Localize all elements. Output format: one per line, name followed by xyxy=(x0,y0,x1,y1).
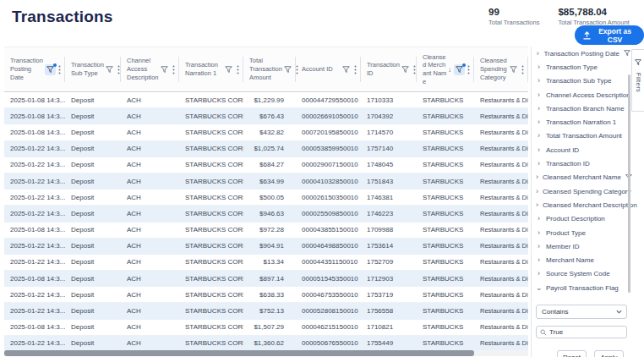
table-row[interactable]: 2025-01-22 14:3...DepositACHSTARBUCKS CO… xyxy=(4,189,528,206)
filter-search-input[interactable] xyxy=(549,328,617,336)
table-cell: Deposit xyxy=(65,189,121,205)
kebab-menu-icon[interactable] xyxy=(413,65,416,74)
filter-field-merchant-name[interactable]: ›Merchant Name xyxy=(536,253,630,266)
filter-icon[interactable] xyxy=(454,64,465,75)
kebab-menu-icon[interactable] xyxy=(117,65,120,74)
filter-icon[interactable] xyxy=(282,64,293,75)
filter-operator-select[interactable]: Contains xyxy=(536,305,627,319)
column-header-total-transaction-amount[interactable]: Total Transaction Amount xyxy=(243,47,296,91)
table-row[interactable]: 2025-01-08 14:3...DepositACHSTARBUCKS CO… xyxy=(4,108,528,124)
kebab-menu-icon[interactable] xyxy=(521,65,524,74)
filter-field-product-description[interactable]: ›Product Description xyxy=(536,212,630,226)
horizontal-scrollbar-thumb[interactable] xyxy=(4,350,474,356)
table-cell: STARBUCKS xyxy=(417,124,474,140)
table-cell: $638.33 xyxy=(243,287,296,302)
table-cell: Deposit xyxy=(65,157,121,173)
filter-field-payroll-transaction-flag[interactable]: ⌄Payroll Transaction Flag xyxy=(536,281,630,294)
table-cell: STARBUCKS CORP xyxy=(179,287,243,302)
filter-field-cleansed-spending-category[interactable]: ›Cleansed Spending Category xyxy=(536,184,630,198)
column-header-icons: ↓ xyxy=(448,64,472,75)
filter-field-transaction-posting-date[interactable]: ›Transaction Posting Date xyxy=(536,47,630,60)
table-row[interactable]: 2025-01-08 14:3...DepositACHSTARBUCKS CO… xyxy=(4,320,528,336)
filter-icon[interactable] xyxy=(341,64,352,75)
table-cell: Restaurants & Di... xyxy=(474,141,528,157)
table-row[interactable]: 2025-01-08 14:3...DepositACHSTARBUCKS CO… xyxy=(4,222,528,239)
table-cell: ACH xyxy=(121,108,179,124)
table-cell: Restaurants & Di... xyxy=(474,287,528,302)
filter-field-source-system-code[interactable]: ›Source System Code xyxy=(536,267,630,281)
table-row[interactable]: 2025-01-08 14:3...DepositACHSTARBUCKS CO… xyxy=(4,92,528,108)
table-cell: $904.91 xyxy=(243,239,296,254)
kebab-menu-icon[interactable] xyxy=(237,65,239,74)
table-cell: 1753719 xyxy=(361,287,417,302)
kebab-menu-icon[interactable] xyxy=(58,65,61,74)
column-header-transaction-posting-date[interactable]: Transaction Posting Date xyxy=(4,47,65,91)
kebab-menu-icon[interactable] xyxy=(467,65,470,74)
table-cell: ACH xyxy=(121,239,179,254)
column-header-label: Account ID xyxy=(302,65,341,74)
table-cell: $432.82 xyxy=(243,124,296,140)
table-cell: ACH xyxy=(121,173,179,189)
table-cell: Deposit xyxy=(65,320,121,335)
filter-field-total-transaction-amount[interactable]: ›Total Transaction Amount xyxy=(536,129,630,143)
filter-field-transaction-type[interactable]: ›Transaction Type xyxy=(536,60,630,74)
table-body: 2025-01-08 14:3...DepositACHSTARBUCKS CO… xyxy=(4,92,528,352)
column-header-channel-access-description[interactable]: Channel Access Description xyxy=(121,47,179,91)
filter-field-label: Cleansed Merchant Description xyxy=(543,201,637,209)
filter-icon[interactable] xyxy=(223,64,234,75)
table-row[interactable]: 2025-01-08 14:3...DepositACHSTARBUCKS CO… xyxy=(4,271,528,287)
filter-field-transaction-id[interactable]: ›Transaction ID xyxy=(536,157,630,170)
column-header-transaction-narration-1[interactable]: Transaction Narration 1 xyxy=(179,47,243,91)
table-cell: ACH xyxy=(121,189,179,205)
filter-field-product-type[interactable]: ›Product Type xyxy=(536,226,630,239)
filter-field-cleansed-merchant-description[interactable]: ›Cleansed Merchant Description xyxy=(536,198,630,211)
column-header-transaction-id[interactable]: Transaction ID xyxy=(361,47,417,91)
table-row[interactable]: 2025-01-22 14:3...DepositACHSTARBUCKS CO… xyxy=(4,303,528,319)
chevron-right-icon: › xyxy=(536,215,542,222)
filter-icon[interactable] xyxy=(508,64,519,75)
filter-icon[interactable] xyxy=(400,64,411,75)
apply-button[interactable]: Apply xyxy=(594,350,624,357)
kebab-menu-icon[interactable] xyxy=(354,65,357,74)
table-cell: 2025-01-08 14:3... xyxy=(4,124,65,140)
filter-icon[interactable] xyxy=(104,64,115,75)
horizontal-scrollbar-track[interactable] xyxy=(4,350,528,356)
table-cell: 2025-01-08 14:3... xyxy=(4,92,65,107)
panel-scrollbar-thumb[interactable] xyxy=(628,74,630,293)
reset-button[interactable]: Reset xyxy=(557,350,587,357)
table-row[interactable]: 2025-01-22 14:3...DepositACHSTARBUCKS CO… xyxy=(4,255,528,271)
table-row[interactable]: 2025-01-22 14:3...DepositACHSTARBUCKS CO… xyxy=(4,141,528,157)
filter-field-transaction-narration-1[interactable]: ›Transaction Narration 1 xyxy=(536,115,630,129)
filter-field-member-id[interactable]: ›Member ID xyxy=(536,239,630,253)
filter-field-transaction-sub-type[interactable]: ›Transaction Sub Type xyxy=(536,74,630,88)
table-row[interactable]: 2025-01-22 14:3...DepositACHSTARBUCKS CO… xyxy=(4,173,528,189)
column-header-icons xyxy=(341,64,359,75)
column-header-transaction-sub-type[interactable]: Transaction Sub Type xyxy=(65,47,121,91)
table-cell: $13.34 xyxy=(243,255,296,270)
app-root: Transactions 99 Total Transactions $85,7… xyxy=(0,0,644,357)
table-cell: STARBUCKS CORP xyxy=(179,303,243,318)
kebab-menu-icon[interactable] xyxy=(172,65,175,74)
column-header-account-id[interactable]: Account ID xyxy=(296,47,361,91)
table-row[interactable]: 2025-01-22 14:3...DepositACHSTARBUCKS CO… xyxy=(4,157,528,173)
upload-icon xyxy=(583,31,591,40)
table-row[interactable]: 2025-01-08 14:3...DepositACHSTARBUCKS CO… xyxy=(4,124,528,140)
column-header-cleansed-spending-category[interactable]: Cleansed Spending Category xyxy=(474,47,528,91)
filter-icon[interactable] xyxy=(159,64,170,75)
column-header-cleansed-merchant-name[interactable]: Cleansed Merchant Name↓ xyxy=(417,47,474,91)
table-cell: ACH xyxy=(121,255,179,270)
filter-field-transaction-branch-name[interactable]: ›Transaction Branch Name xyxy=(536,102,630,115)
filter-field-channel-access-description[interactable]: ›Channel Access Description xyxy=(536,88,630,102)
export-csv-button[interactable]: Export as CSV xyxy=(575,25,644,45)
table-row[interactable]: 2025-01-22 14:3...DepositACHSTARBUCKS CO… xyxy=(4,206,528,222)
table-row[interactable]: 2025-01-22 14:3...DepositACHSTARBUCKS CO… xyxy=(4,287,528,303)
column-header-label: Transaction Posting Date xyxy=(10,57,45,81)
filter-field-cleansed-merchant-name[interactable]: ›Cleansed Merchant Name xyxy=(536,171,630,184)
filter-field-account-id[interactable]: ›Account ID xyxy=(536,143,630,157)
filters-tab[interactable]: Filters xyxy=(631,49,644,112)
filter-icon[interactable] xyxy=(45,64,56,75)
sort-desc-icon[interactable]: ↓ xyxy=(448,66,451,74)
filter-field-label: Cleansed Spending Category xyxy=(543,188,631,195)
table-row[interactable]: 2025-01-22 14:3...DepositACHSTARBUCKS CO… xyxy=(4,239,528,255)
table-cell: $946.63 xyxy=(243,206,296,221)
